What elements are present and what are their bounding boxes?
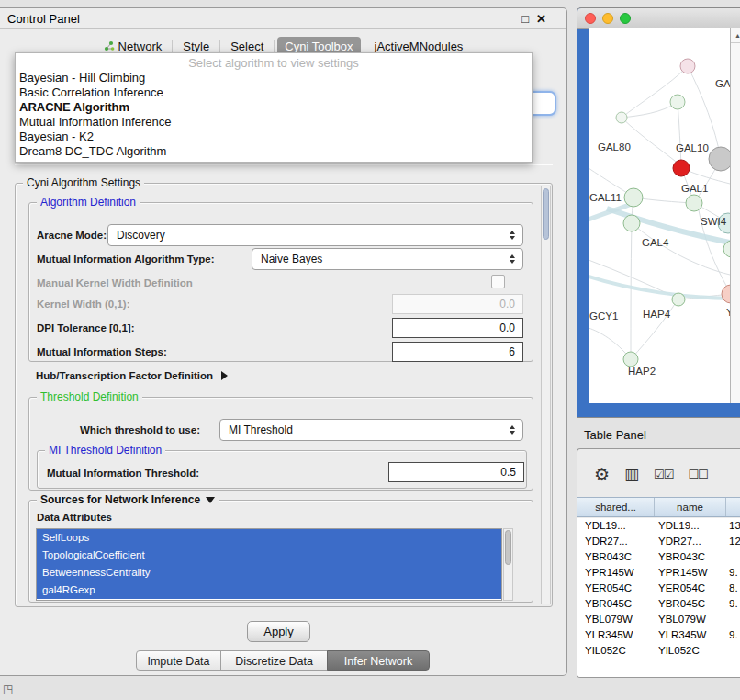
table-row[interactable]: YIL052CYIL052C bbox=[577, 643, 740, 659]
column-header-extra[interactable] bbox=[726, 498, 740, 516]
which-threshold-combobox[interactable]: MI Threshold bbox=[219, 419, 523, 441]
mi-steps-label: Mutual Information Steps: bbox=[37, 346, 167, 357]
table-cell: 9. bbox=[726, 565, 740, 581]
table-cell: YDR27... bbox=[655, 534, 726, 549]
network-view-window: GALGAL80GAL10GAL11GAL1SWI4GAL4GCY1HAP4YH… bbox=[577, 7, 740, 418]
network-scrollbar[interactable]: ▲ bbox=[730, 28, 740, 403]
table-panel-window: ⚙ ▥ ☑☑ ☐☐ shared... name YDL19...YDL19..… bbox=[577, 448, 740, 678]
apply-button[interactable]: Apply bbox=[247, 621, 310, 642]
select-all-icon[interactable]: ☑☑ bbox=[654, 468, 673, 481]
panel-grip-icon[interactable]: ◳ bbox=[3, 683, 13, 695]
table-cell bbox=[726, 612, 740, 627]
table-row[interactable]: YER054CYER054C8. bbox=[577, 581, 740, 596]
attribute-item[interactable]: gal4RGexp bbox=[37, 581, 501, 599]
data-attributes-label: Data Attributes bbox=[37, 512, 112, 523]
dpi-tolerance-label: DPI Tolerance [0,1]: bbox=[37, 322, 135, 333]
algorithm-option[interactable]: Mutual Information Inference bbox=[16, 115, 532, 130]
column-header-shared[interactable]: shared... bbox=[577, 498, 655, 516]
attribute-item[interactable]: SelfLoops bbox=[37, 529, 501, 547]
manual-kernel-checkbox[interactable] bbox=[491, 275, 505, 288]
zoom-traffic-light-icon[interactable] bbox=[620, 13, 631, 24]
gear-icon[interactable]: ⚙ bbox=[594, 464, 610, 485]
list-scrollbar[interactable] bbox=[503, 528, 513, 601]
table-row[interactable]: YPR145WYPR145W9. bbox=[577, 565, 740, 581]
network-node[interactable] bbox=[624, 188, 643, 207]
close-traffic-light-icon[interactable] bbox=[585, 13, 596, 24]
threshold-definition-group: Threshold Definition Which threshold to … bbox=[28, 397, 533, 491]
tab-label: Style bbox=[183, 40, 209, 53]
table-cell: YBR043C bbox=[655, 549, 726, 565]
combo-value: Naive Bayes bbox=[261, 253, 507, 265]
minimize-icon[interactable]: □ bbox=[521, 12, 529, 26]
algorithm-option[interactable]: Basic Correlation Inference bbox=[16, 85, 532, 100]
network-node[interactable] bbox=[673, 160, 690, 176]
network-node[interactable] bbox=[670, 95, 685, 109]
minimize-traffic-light-icon[interactable] bbox=[602, 13, 613, 24]
table-row[interactable]: YLR345WYLR345W9. bbox=[577, 627, 740, 643]
table-row[interactable]: YBR045CYBR045C9. bbox=[577, 596, 740, 612]
attribute-item[interactable]: TopologicalCoefficient bbox=[37, 547, 501, 564]
network-node[interactable] bbox=[722, 285, 730, 303]
network-edge bbox=[631, 223, 632, 359]
table-row[interactable]: YDR27...YDR27...12 bbox=[577, 534, 740, 549]
network-canvas-svg: GALGAL80GAL10GAL11GAL1SWI4GAL4GCY1HAP4YH… bbox=[589, 28, 730, 403]
tab-discretize-data[interactable]: Discretize Data bbox=[220, 650, 328, 671]
table-row[interactable]: YDL19...YDL19...13 bbox=[577, 518, 740, 534]
mi-threshold-field[interactable]: 0.5 bbox=[388, 462, 524, 482]
attribute-item[interactable]: BetweennessCentrality bbox=[37, 564, 501, 581]
algorithm-option[interactable]: Dream8 DC_TDC Algorithm bbox=[16, 144, 532, 159]
mi-type-label: Mutual Information Algorithm Type: bbox=[37, 254, 215, 265]
scrollbar-thumb[interactable] bbox=[505, 530, 511, 565]
algorithm-option[interactable]: Bayesian - K2 bbox=[16, 130, 532, 144]
combo-value: MI Threshold bbox=[229, 423, 507, 436]
scroll-up-icon[interactable]: ▲ bbox=[731, 28, 740, 43]
collapse-arrow-icon bbox=[206, 497, 215, 503]
table-cell: 8. bbox=[726, 581, 740, 596]
mi-type-combobox[interactable]: Naive Bayes bbox=[252, 248, 523, 270]
aracne-mode-label: Aracne Mode: bbox=[37, 230, 107, 241]
settings-scrollbar[interactable] bbox=[541, 186, 551, 604]
network-node[interactable] bbox=[709, 147, 730, 171]
network-node[interactable] bbox=[686, 195, 702, 211]
close-icon[interactable]: ✕ bbox=[536, 12, 546, 26]
network-canvas[interactable]: GALGAL80GAL10GAL11GAL1SWI4GAL4GCY1HAP4YH… bbox=[589, 28, 730, 403]
algorithm-dropdown-list: Bayesian - Hill ClimbingBasic Correlatio… bbox=[16, 71, 532, 159]
sources-title: Sources for Network Inference bbox=[40, 493, 200, 506]
tab-separator bbox=[219, 40, 220, 52]
aracne-mode-combobox[interactable]: Discovery bbox=[107, 224, 523, 246]
network-node[interactable] bbox=[680, 59, 695, 73]
network-node[interactable] bbox=[623, 215, 640, 231]
table-cell: YBL079W bbox=[655, 612, 726, 627]
table-cell: YBL079W bbox=[577, 612, 655, 627]
sources-toggle[interactable]: Sources for Network Inference bbox=[37, 493, 219, 506]
scrollbar-thumb[interactable] bbox=[543, 188, 549, 240]
table-row[interactable]: YBR043CYBR043C bbox=[577, 549, 740, 565]
table-row[interactable]: YBL079WYBL079W bbox=[577, 612, 740, 627]
tab-infer-network[interactable]: Infer Network bbox=[327, 650, 430, 671]
deselect-all-icon[interactable]: ☐☐ bbox=[688, 468, 707, 481]
table-cell: YLR345W bbox=[655, 627, 726, 643]
network-node[interactable] bbox=[672, 293, 685, 306]
network-node[interactable] bbox=[616, 112, 627, 123]
data-attributes-list[interactable]: SelfLoopsTopologicalCoefficientBetweenne… bbox=[36, 528, 502, 601]
algorithm-option[interactable]: Bayesian - Hill Climbing bbox=[16, 71, 532, 85]
column-header-name[interactable]: name bbox=[655, 498, 726, 516]
tab-separator bbox=[274, 40, 275, 52]
threshold-definition-title: Threshold Definition bbox=[37, 390, 142, 403]
table-cell: 12 bbox=[726, 534, 740, 549]
table-cell: YBR045C bbox=[655, 596, 726, 612]
table-cell: YDR27... bbox=[577, 534, 655, 549]
algorithm-option[interactable]: ARACNE Algorithm bbox=[16, 100, 532, 115]
mi-threshold-group-title: MI Threshold Definition bbox=[45, 444, 165, 457]
dpi-tolerance-field[interactable]: 0.0 bbox=[392, 318, 523, 338]
network-node[interactable] bbox=[623, 352, 638, 367]
column-selector-icon[interactable]: ▥ bbox=[624, 465, 639, 484]
network-window-titlebar[interactable] bbox=[577, 8, 740, 29]
hub-section-toggle[interactable]: Hub/Transcription Factor Definition bbox=[36, 370, 228, 381]
mi-steps-field[interactable]: 6 bbox=[392, 342, 523, 362]
kernel-width-field: 0.0 bbox=[392, 294, 523, 314]
tab-impute-data[interactable]: Impute Data bbox=[136, 650, 221, 671]
node-label: HAP2 bbox=[628, 366, 656, 377]
table-cell bbox=[726, 643, 740, 659]
node-label: SWI4 bbox=[701, 216, 727, 227]
